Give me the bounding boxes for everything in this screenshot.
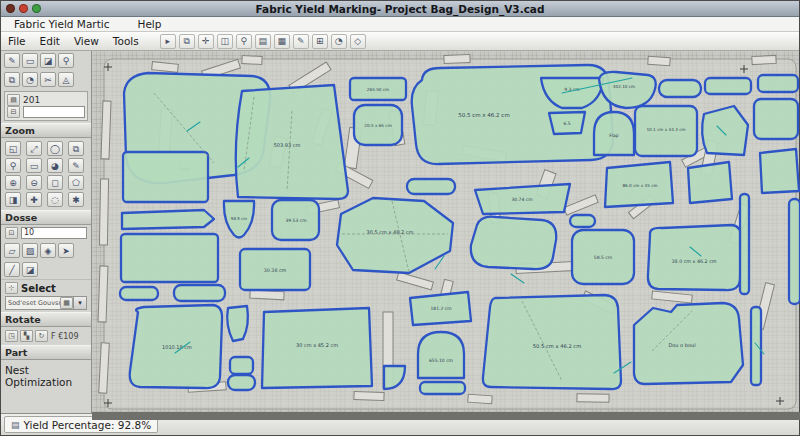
save-icon[interactable]: ◫ [217,34,233,49]
select-tool-row[interactable]: ⊹ Select [1,279,91,296]
eraser-tool-icon[interactable]: ◪ [40,53,56,68]
piece-dimension-label: 6.5 [563,121,570,126]
parallelogram-icon[interactable]: ▱ [4,243,20,258]
menu-tools[interactable]: Tools [106,35,146,47]
frame-tool-icon[interactable]: ▭ [22,53,38,68]
tool-sidebar: ✎▭◪⚲ ⧉◔✂◬ ▤ 201 ⊟ Zoom ◱⤢◯⧉⚲▭◕✎⊕⊖◻⬠◨✚◌✱ … [1,51,92,413]
zoom-in-icon[interactable]: ⊕ [5,175,21,190]
rotate-cw-icon[interactable]: ◳ [5,330,18,342]
pattern-piece[interactable] [122,210,214,229]
pattern-piece[interactable] [174,285,225,301]
select-combo[interactable]: Sod'eset Gouvsn ▦ ▾ [5,296,87,310]
pattern-piece[interactable] [228,375,255,390]
pattern-piece[interactable] [420,382,465,394]
zoom-extents-icon[interactable]: ⤢ [26,141,42,156]
pattern-piece[interactable] [262,308,372,388]
menu-view[interactable]: View [67,35,106,47]
zoom-dotted-icon[interactable]: ◌ [47,192,63,207]
rotate-arrow-icon[interactable]: ↻ [35,330,48,342]
new-doc-icon[interactable]: ▸ [160,34,176,49]
nest-optimization-label[interactable]: Nest Optimization [1,360,91,392]
chart-icon[interactable]: ◔ [331,34,347,49]
piece-dimension-label: 50.5 cm x 46.2 cm [458,112,510,118]
draw-tools-row-2: ╱◪ [1,260,91,279]
select-icon: ⊹ [5,282,18,294]
menu-help[interactable]: Help [130,18,168,30]
pattern-piece[interactable] [705,78,751,94]
hatch-icon[interactable]: ▨ [22,243,38,258]
toolbar: ▸⧉✛◫⚲▤▦✎⊞◔◇ [160,34,366,49]
rotate-tile-icon[interactable]: ▚ [20,330,33,342]
eraser2-icon[interactable]: ◪ [22,262,38,277]
pattern-piece[interactable] [659,80,701,97]
link-icon[interactable]: ◇ [350,34,366,49]
zoom-star-icon[interactable]: ✱ [68,192,84,207]
zoom-fill-icon[interactable]: ◕ [47,158,63,173]
offcut-strip [648,56,671,66]
pattern-piece[interactable] [407,179,455,194]
pattern-piece[interactable] [570,215,595,227]
pattern-piece[interactable] [120,287,158,300]
pattern-piece[interactable] [751,307,761,385]
edit-icon[interactable]: ✎ [293,34,309,49]
pattern-piece[interactable] [789,199,800,304]
zoom-copy-icon[interactable]: ⧉ [68,141,84,156]
grid-icon[interactable]: ▦ [274,34,290,49]
zoom-plus-icon[interactable]: ✚ [26,192,42,207]
section-draw[interactable]: Dosse [1,210,91,225]
marker-canvas[interactable]: Pom503.93 cm265.50 cm20.5 x 65 cm50.5 cm… [92,51,799,413]
main-menu-bar: File Edit View Tools ▸⧉✛◫⚲▤▦✎⊞◔◇ [1,32,799,51]
copy-tool-icon[interactable]: ⧉ [4,72,20,87]
chevron-down-icon[interactable]: ▾ [73,297,86,309]
section-part[interactable]: Part [1,345,91,360]
menu-file[interactable]: File [1,35,33,47]
menu-app[interactable]: Fabric Yield Martic [7,18,116,30]
pattern-piece[interactable] [418,332,464,378]
pattern-piece[interactable] [648,225,741,290]
pattern-piece[interactable] [760,149,799,193]
counter-icon: ▤ [7,94,20,106]
piece-dimension-label: 30 cm x 45.2 cm [296,342,338,348]
magnifier-tool-icon[interactable]: ⚲ [58,53,74,68]
pattern-piece[interactable] [688,162,732,203]
measure-icon[interactable]: ⊞ [312,34,328,49]
pattern-piece[interactable] [123,152,208,202]
zoom-search-icon[interactable]: ⚲ [5,158,21,173]
pattern-piece[interactable] [227,306,248,341]
zoom-half-icon[interactable]: ◨ [5,192,21,207]
cut-tool-icon[interactable]: ✂ [40,72,56,87]
zoom-window-icon[interactable]: ◱ [5,141,21,156]
cursor-icon[interactable]: ➤ [58,243,74,258]
pattern-piece[interactable] [471,217,556,269]
pattern-piece[interactable] [740,194,749,294]
zoom-box-icon[interactable]: ◻ [47,175,63,190]
line-tool-icon[interactable]: ╱ [4,262,20,277]
open-icon[interactable]: ⧉ [179,34,195,49]
search-icon[interactable]: ⚲ [236,34,252,49]
app-menu-bar: Fabric Yield Martic Help [1,17,799,32]
draw-value-field[interactable]: 10 [21,227,87,239]
zoom-pen-icon[interactable]: ✎ [68,158,84,173]
title-bar[interactable]: Fabric Yield Marking- Project Bag_Design… [1,1,799,17]
draw-mode-icon[interactable]: ⊡ [5,227,18,239]
shape-tool-icon[interactable]: ◬ [58,72,74,87]
section-rotate[interactable]: Rotate [1,312,91,327]
select-combo-icon: ▦ [60,297,73,309]
pattern-piece[interactable] [121,234,218,282]
move-icon[interactable]: ✛ [198,34,214,49]
dot-tool-icon[interactable]: ◔ [22,72,38,87]
zoom-poly-icon[interactable]: ⬠ [68,175,84,190]
zoom-rect-icon[interactable]: ▭ [26,158,42,173]
pen-tool-icon[interactable]: ✎ [4,53,20,68]
counter-field[interactable] [23,106,85,118]
pattern-piece[interactable] [230,357,253,374]
menu-edit[interactable]: Edit [33,35,67,47]
rotate-hint: F €109 [51,332,79,341]
pattern-piece[interactable] [758,75,798,92]
section-zoom[interactable]: Zoom [1,123,91,138]
pattern-piece[interactable] [754,99,798,139]
diamond-icon[interactable]: ◈ [40,243,56,258]
layers-icon[interactable]: ▤ [255,34,271,49]
zoom-circle-icon[interactable]: ◯ [47,141,63,156]
zoom-out-icon[interactable]: ⊖ [26,175,42,190]
